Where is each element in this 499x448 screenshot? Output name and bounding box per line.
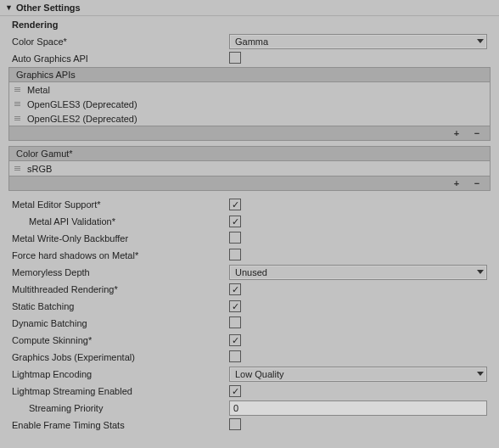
row-auto-graphics-api: Auto Graphics API (5, 50, 494, 67)
list-graphics-apis: Graphics APIs Metal OpenGLES3 (Deprecate… (8, 67, 491, 141)
list-item-graphics-api[interactable]: OpenGLES3 (Deprecated) (9, 97, 490, 111)
row-metal-write-only-backbuffer: Metal Write-Only Backbuffer (5, 230, 494, 247)
checkbox-metal-api-validation[interactable] (229, 216, 241, 227)
label-lightmap-streaming: Lightmap Streaming Enabled (12, 386, 229, 396)
add-button[interactable]: + (451, 177, 463, 189)
checkbox-graphics-jobs[interactable] (229, 350, 241, 362)
label-graphics-jobs: Graphics Jobs (Experimental) (12, 352, 229, 362)
dropdown-memoryless-depth-value: Unused (235, 267, 267, 277)
list-item-graphics-api[interactable]: Metal (9, 82, 490, 97)
checkbox-dynamic-batching[interactable] (229, 316, 241, 328)
label-lightmap-encoding: Lightmap Encoding (12, 369, 229, 379)
label-color-space: Color Space* (12, 36, 229, 47)
dropdown-color-space[interactable]: Gamma (229, 34, 487, 49)
list-item-label: sRGB (27, 164, 52, 174)
section-title: Other Settings (16, 3, 81, 13)
checkbox-force-hard-shadows-metal[interactable] (229, 249, 241, 260)
row-multithreaded-rendering: Multithreaded Rendering* (5, 281, 494, 298)
label-compute-skinning: Compute Skinning* (12, 335, 229, 345)
label-force-hard-shadows-metal: Force hard shadows on Metal* (12, 250, 229, 260)
remove-button[interactable]: − (471, 127, 483, 139)
checkbox-static-batching[interactable] (229, 300, 241, 312)
add-button[interactable]: + (451, 127, 463, 139)
drag-handle-icon[interactable] (14, 102, 20, 106)
row-lightmap-streaming: Lightmap Streaming Enabled (5, 383, 494, 400)
label-enable-frame-timing: Enable Frame Timing Stats (12, 420, 229, 430)
dropdown-lightmap-encoding[interactable]: Low Quality (229, 367, 487, 382)
list-color-gamut: Color Gamut* sRGB + − (8, 146, 491, 191)
dropdown-lightmap-encoding-value: Low Quality (235, 369, 283, 379)
list-footer-graphics-apis: + − (9, 126, 490, 140)
dropdown-color-space-value: Gamma (235, 36, 268, 47)
label-static-batching: Static Batching (12, 301, 229, 311)
label-metal-write-only-backbuffer: Metal Write-Only Backbuffer (12, 233, 229, 244)
list-item-label: Metal (27, 85, 50, 95)
list-item-graphics-api[interactable]: OpenGLES2 (Deprecated) (9, 111, 490, 126)
row-graphics-jobs: Graphics Jobs (Experimental) (5, 349, 494, 366)
label-multithreaded-rendering: Multithreaded Rendering* (12, 284, 229, 294)
input-streaming-priority[interactable]: 0 (229, 400, 487, 416)
checkbox-enable-frame-timing[interactable] (229, 418, 241, 430)
list-title-color-gamut: Color Gamut* (9, 147, 490, 161)
foldout-triangle-icon: ▼ (5, 3, 13, 12)
list-item-color-gamut[interactable]: sRGB (9, 161, 490, 176)
row-compute-skinning: Compute Skinning* (5, 332, 494, 349)
chevron-down-icon (477, 372, 484, 377)
row-streaming-priority: Streaming Priority 0 (5, 400, 494, 417)
rendering-heading: Rendering (5, 16, 494, 33)
drag-handle-icon[interactable] (14, 87, 20, 92)
checkbox-metal-editor-support[interactable] (229, 199, 241, 210)
list-footer-color-gamut: + − (9, 176, 490, 190)
row-memoryless-depth: Memoryless Depth Unused (5, 264, 494, 281)
drag-handle-icon[interactable] (14, 116, 20, 120)
checkbox-multithreaded-rendering[interactable] (229, 283, 241, 295)
row-enable-frame-timing: Enable Frame Timing Stats (5, 417, 494, 434)
label-dynamic-batching: Dynamic Batching (12, 318, 229, 328)
drag-handle-icon[interactable] (14, 166, 20, 171)
chevron-down-icon (477, 39, 484, 44)
label-auto-graphics-api: Auto Graphics API (12, 53, 229, 64)
row-metal-editor-support: Metal Editor Support* (5, 196, 494, 213)
chevron-down-icon (477, 270, 484, 275)
checkbox-compute-skinning[interactable] (229, 334, 241, 346)
section-header-other-settings[interactable]: ▼ Other Settings (0, 0, 499, 16)
list-title-graphics-apis: Graphics APIs (9, 68, 490, 82)
label-metal-editor-support: Metal Editor Support* (12, 199, 229, 210)
row-force-hard-shadows-metal: Force hard shadows on Metal* (5, 247, 494, 264)
dropdown-memoryless-depth[interactable]: Unused (229, 265, 487, 280)
row-static-batching: Static Batching (5, 298, 494, 315)
input-streaming-priority-value: 0 (233, 403, 238, 413)
label-streaming-priority: Streaming Priority (12, 403, 229, 413)
checkbox-metal-write-only-backbuffer[interactable] (229, 232, 241, 244)
list-item-label: OpenGLES2 (Deprecated) (27, 114, 137, 124)
label-metal-api-validation: Metal API Validation* (12, 216, 229, 227)
remove-button[interactable]: − (471, 177, 483, 189)
other-settings-panel: ▼ Other Settings Rendering Color Space* … (0, 0, 499, 439)
checkbox-lightmap-streaming[interactable] (229, 385, 241, 397)
row-dynamic-batching: Dynamic Batching (5, 315, 494, 332)
label-memoryless-depth: Memoryless Depth (12, 267, 229, 277)
checkbox-auto-graphics-api[interactable] (229, 52, 241, 64)
row-metal-api-validation: Metal API Validation* (5, 213, 494, 230)
row-lightmap-encoding: Lightmap Encoding Low Quality (5, 366, 494, 383)
row-color-space: Color Space* Gamma (5, 33, 494, 50)
list-item-label: OpenGLES3 (Deprecated) (27, 99, 137, 109)
